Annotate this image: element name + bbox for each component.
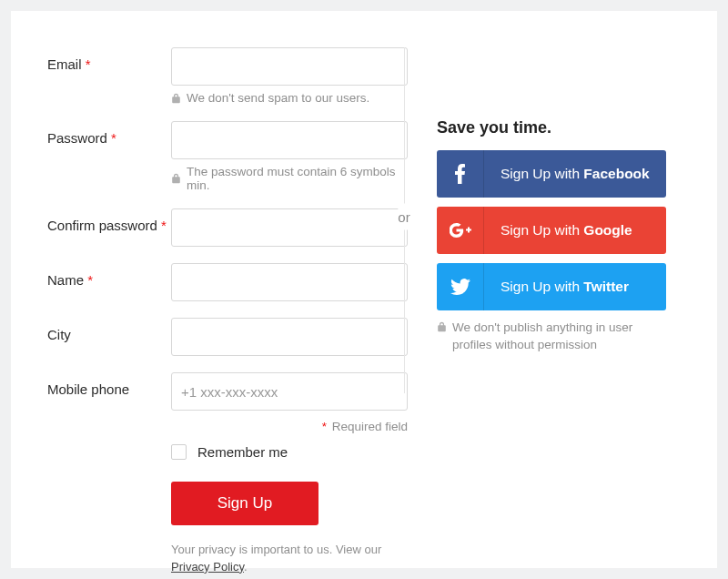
lock-icon (171, 173, 181, 184)
phone-label: Mobile phone (47, 372, 171, 397)
required-field-note: * Required field (47, 420, 408, 433)
password-hint: The password must contain 6 symbols min. (187, 165, 411, 192)
email-hint: We don't send spam to our users. (187, 91, 369, 105)
lock-icon (437, 321, 447, 332)
confirm-password-label: Confirm password * (47, 208, 171, 233)
google-plus-icon (450, 223, 471, 238)
social-title: Save you time. (437, 118, 681, 137)
signup-with-google-button[interactable]: Sign Up with Google (437, 207, 666, 254)
social-signup-panel: Save you time. Sign Up with Facebook Sig… (411, 47, 681, 579)
password-label: Password * (47, 121, 171, 146)
signup-with-twitter-button[interactable]: Sign Up with Twitter (437, 263, 666, 310)
password-field[interactable] (171, 121, 408, 159)
facebook-icon (455, 164, 466, 184)
lock-icon (171, 93, 181, 104)
name-field[interactable] (171, 263, 408, 301)
city-label: City (47, 318, 171, 342)
signup-card: or Email * We don't send spam to our use… (11, 11, 717, 568)
privacy-policy-link[interactable]: Privacy Policy (171, 560, 244, 574)
remember-me-label: Remember me (197, 444, 288, 460)
email-label: Email * (47, 47, 171, 72)
remember-me-checkbox[interactable] (171, 444, 187, 460)
signup-button[interactable]: Sign Up (171, 482, 318, 525)
phone-field[interactable] (171, 372, 408, 411)
legal-text: Your privacy is important to us. View ou… (171, 542, 411, 579)
name-label: Name * (47, 263, 171, 288)
confirm-password-field[interactable] (171, 208, 408, 247)
signup-with-facebook-button[interactable]: Sign Up with Facebook (437, 150, 666, 198)
or-separator: or (398, 204, 410, 230)
twitter-icon (450, 279, 470, 295)
social-hint: We don't publish anything in user profil… (452, 320, 666, 354)
city-field[interactable] (171, 318, 408, 356)
signup-form: Email * We don't send spam to our users.… (47, 47, 411, 579)
email-field[interactable] (171, 47, 408, 86)
